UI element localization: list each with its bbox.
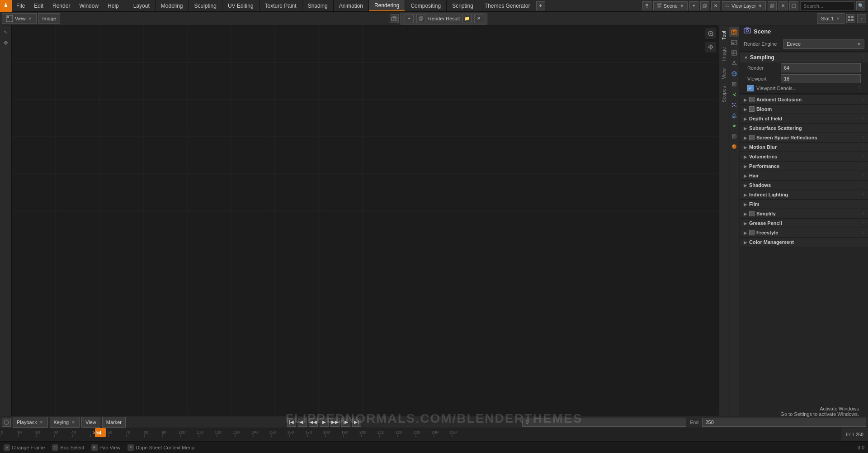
tab-shading[interactable]: Shading (302, 0, 334, 11)
section-freestyle[interactable]: ▶ Freestyle ⠿ (740, 228, 868, 237)
section-motion-blur[interactable]: ▶ Motion Blur ⠿ (740, 142, 868, 152)
search-button[interactable]: 🔍 (856, 1, 865, 10)
search-input[interactable] (800, 1, 854, 10)
scene-copy-button[interactable] (700, 1, 709, 10)
start-frame-field[interactable]: 1 (522, 418, 686, 427)
section-performance[interactable]: ▶ Performance ⠿ (740, 161, 868, 171)
vertical-tab-scopes[interactable]: Scopes (720, 82, 728, 106)
more-options-btn[interactable]: ⋮ (857, 14, 866, 23)
section-indirect-lighting[interactable]: ▶ Indirect Lighting ⠿ (740, 190, 868, 199)
tab-sculpting[interactable]: Sculpting (189, 0, 222, 11)
vertical-tab-view[interactable]: View (720, 65, 728, 83)
step-forward-btn[interactable]: |▶ (341, 418, 350, 427)
timeline-ruler-area[interactable]: 0 10 20 30 40 50 (0, 428, 868, 441)
section-ambient-occlusion[interactable]: ▶ Ambient Occlusion ⠿ (740, 95, 868, 104)
scene-delete-button[interactable]: ✕ (711, 1, 720, 10)
prop-icon-view-layer[interactable] (729, 48, 739, 58)
prop-icon-output[interactable] (729, 38, 739, 48)
tab-texture-paint[interactable]: Texture Paint (259, 0, 302, 11)
viewport-denoise-checkbox[interactable]: ✓ (747, 85, 754, 91)
close-render-btn[interactable]: ✕ (474, 14, 483, 23)
zoom-to-region-btn[interactable] (705, 28, 716, 39)
prop-icon-physics[interactable] (729, 110, 739, 120)
checkbox-screen-space-reflections[interactable] (749, 135, 755, 140)
section-depth-of-field[interactable]: ▶ Depth of Field ⠿ (740, 114, 868, 123)
section-hair[interactable]: ▶ Hair ⠿ (740, 171, 868, 180)
view-layer-delete-button[interactable]: ✕ (778, 1, 788, 10)
section-volumetrics[interactable]: ▶ Volumetrics ⠿ (740, 152, 868, 161)
copy-image-btn[interactable] (416, 14, 425, 23)
viewport-canvas[interactable] (12, 25, 719, 416)
grid-view-btn[interactable] (846, 14, 855, 23)
scene-selector[interactable]: 🎬 Scene ▼ (653, 1, 688, 10)
keying-btn[interactable]: Keying ▼ (50, 417, 80, 428)
add-workspace-button[interactable]: + (536, 1, 545, 10)
checkbox-bloom[interactable] (749, 106, 755, 112)
section-color-management[interactable]: ▶ Color Management ⠿ (740, 237, 868, 247)
play-btn[interactable]: ▶ (320, 418, 329, 427)
prop-icon-render[interactable] (729, 27, 739, 37)
tab-animation[interactable]: Animation (334, 0, 369, 11)
prop-icon-scene[interactable] (729, 58, 739, 68)
section-subsurface-scattering[interactable]: ▶ Subsurface Scattering ⠿ (740, 123, 868, 133)
scene-selector-btn-timeline[interactable] (2, 418, 11, 427)
marker-btn[interactable]: Marker (102, 417, 126, 428)
blender-logo[interactable] (0, 0, 12, 12)
slot-selector[interactable]: Slot 1 ▼ (817, 13, 844, 24)
section-screen-space-reflections[interactable]: ▶ Screen Space Reflections ⠿ (740, 133, 868, 142)
tab-scripting[interactable]: Scripting (447, 0, 479, 11)
jump-end-btn[interactable]: ▶| (352, 418, 361, 427)
section-simplify[interactable]: ▶ Simplify ⠿ (740, 209, 868, 218)
jump-start-btn[interactable]: |◀ (287, 418, 296, 427)
menu-help[interactable]: Help (103, 0, 123, 11)
viewport-samples-value[interactable]: 16 (781, 74, 861, 83)
fullscreen-button[interactable] (789, 1, 798, 10)
section-bloom[interactable]: ▶ Bloom ⠿ (740, 104, 868, 114)
prop-icon-material[interactable] (729, 142, 739, 152)
view-timeline-btn[interactable]: View (81, 417, 100, 428)
prop-icon-modifier[interactable] (729, 90, 739, 100)
prop-icon-data[interactable] (729, 131, 739, 141)
tab-compositing[interactable]: Compositing (405, 0, 447, 11)
menu-render[interactable]: Render (48, 0, 75, 11)
vertical-tab-tool[interactable]: Tool (720, 27, 728, 43)
tab-modeling[interactable]: Modeling (156, 0, 189, 11)
render-samples-value[interactable]: 64 (781, 63, 861, 72)
checkbox-simplify[interactable] (749, 211, 755, 216)
section-grease-pencil[interactable]: ▶ Grease Pencil ⠿ (740, 218, 868, 228)
menu-window[interactable]: Window (75, 0, 103, 11)
tool-move[interactable]: ✥ (1, 38, 11, 48)
section-film[interactable]: ▶ Film ⠿ (740, 199, 868, 209)
tab-rendering[interactable]: Rendering (369, 0, 405, 11)
pan-view-btn[interactable] (705, 42, 716, 52)
camera-icon-btn[interactable] (390, 14, 399, 23)
render-engine-select[interactable]: Eevee ▼ (783, 39, 864, 49)
prop-icon-particles[interactable] (729, 100, 739, 110)
view-layer-selector[interactable]: 🗂 View Layer ▼ (722, 1, 766, 10)
prop-icon-constraints[interactable] (729, 121, 739, 131)
play-back-btn[interactable]: ◀◀ (309, 418, 318, 427)
step-back-btn[interactable]: ◀| (298, 418, 307, 427)
folder-btn[interactable]: 📁 (462, 14, 472, 23)
prop-icon-object[interactable] (729, 79, 739, 89)
new-image-btn[interactable]: + (405, 14, 414, 23)
tool-cursor[interactable]: ↖ (1, 27, 11, 37)
section-shadows[interactable]: ▶ Shadows ⠿ (740, 180, 868, 190)
tab-uv-editing[interactable]: UV Editing (222, 0, 259, 11)
menu-file[interactable]: File (12, 0, 29, 11)
prop-icon-world[interactable] (729, 69, 739, 79)
menu-edit[interactable]: Edit (29, 0, 48, 11)
play-forward-btn[interactable]: ▶▶ (330, 418, 340, 427)
checkbox-freestyle[interactable] (749, 230, 755, 235)
playback-btn[interactable]: Playback ▼ (13, 417, 48, 428)
checkbox-ambient-occlusion[interactable] (749, 97, 755, 102)
tab-layout[interactable]: Layout (128, 0, 156, 11)
view-menu-btn[interactable]: View ▼ (2, 13, 37, 24)
end-frame-field[interactable]: 250 (702, 418, 866, 427)
view-layer-copy-button[interactable] (768, 1, 777, 10)
vertical-tab-image[interactable]: Image (720, 43, 728, 65)
tab-themes-generator[interactable]: Themes Generator (479, 0, 536, 11)
user-icon-btn[interactable] (642, 1, 651, 10)
image-menu-btn[interactable]: Image (38, 13, 61, 24)
new-scene-button[interactable]: + (689, 1, 698, 10)
